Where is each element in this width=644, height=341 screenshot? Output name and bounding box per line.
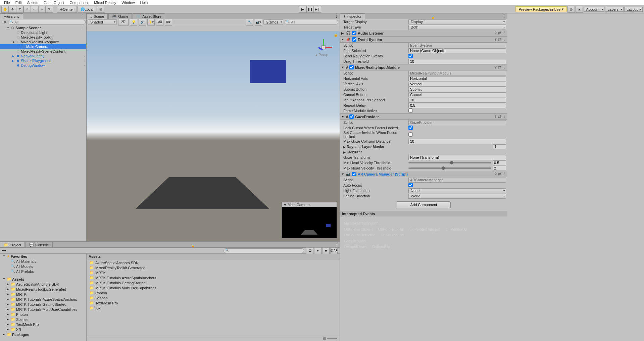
menu-component[interactable]: Component	[67, 1, 91, 5]
repeat-delay-field[interactable]	[408, 103, 506, 108]
scale-tool-icon[interactable]: ⤢	[23, 6, 31, 13]
ar-camera-enable[interactable]	[352, 172, 356, 176]
hidden-packages-icon[interactable]: ∅23	[330, 247, 338, 254]
help-icon[interactable]: ?	[494, 65, 497, 69]
project-folder[interactable]: ▶📁AzureSpatialAnchors.SDK	[0, 282, 86, 287]
menu-icon[interactable]: ⋮	[502, 37, 506, 42]
menu-help[interactable]: Help	[138, 1, 151, 5]
tab-hierarchy[interactable]: Hierarchy	[0, 13, 23, 19]
hierarchy-search[interactable]: All	[8, 20, 86, 25]
preview-packages-badge[interactable]: Preview Packages in Use ▾	[515, 6, 567, 12]
min-velocity-field[interactable]	[493, 160, 506, 165]
project-create-icon[interactable]: +▾	[1, 248, 7, 253]
lock-icon[interactable]: 🔒	[334, 33, 338, 37]
asset-folder[interactable]: 📁Photon	[87, 290, 339, 295]
component-ar-camera[interactable]: ▼📷AR Camera Manager (Script)?⇄⋮	[340, 171, 507, 177]
snap-toggle-icon[interactable]: ⊞	[97, 6, 104, 13]
component-gaze-provider[interactable]: ▼#GazeProvider?⇄⋮	[340, 113, 507, 120]
scene-viewport[interactable]: ◄ Persp 🔒 ▼Main Camera	[87, 31, 340, 241]
cloud-icon[interactable]: ☁	[576, 6, 583, 13]
add-component-button[interactable]: Add Component	[397, 201, 451, 208]
help-icon[interactable]: ?	[494, 114, 497, 119]
component-input-module[interactable]: ▼#MixedRealityInputModule?⇄⋮	[340, 64, 507, 70]
first-selected-field[interactable]	[408, 48, 506, 53]
submit-button-field[interactable]	[408, 87, 506, 92]
menu-file[interactable]: File	[1, 1, 13, 5]
asset-folder[interactable]: 📁MRTK.Tutorials.AzureSpatialAnchors	[87, 275, 339, 280]
pivot-toggle[interactable]: ⊕Center	[57, 6, 77, 13]
project-folder[interactable]: ▶📁TextMesh Pro	[0, 322, 86, 327]
tab-game[interactable]: 🎮Game	[108, 13, 132, 19]
inspector-lock-icon[interactable]: 🔒	[431, 15, 435, 19]
hidden-toggle-icon[interactable]: ⊘0	[156, 19, 163, 26]
help-icon[interactable]: ?	[494, 37, 497, 42]
filter-type-icon[interactable]: ⬓	[306, 247, 313, 254]
asset-folder[interactable]: 📁MRTK	[87, 270, 339, 275]
breadcrumb[interactable]: Assets	[87, 254, 340, 259]
menu-mixedreality[interactable]: Mixed Reality	[91, 1, 119, 5]
layers-dropdown[interactable]: Layers	[605, 7, 624, 12]
component-audio-listener[interactable]: ▶🎧Audio Listener?⇄⋮	[340, 30, 507, 36]
shading-dropdown[interactable]: Shaded	[88, 19, 117, 25]
preset-icon[interactable]: ⇄	[498, 31, 501, 35]
drag-threshold-field[interactable]	[408, 59, 506, 64]
custom-tool-icon[interactable]: ✎	[46, 6, 53, 13]
pause-button-icon[interactable]: ❚❚	[306, 6, 314, 13]
max-gaze-distance-field[interactable]	[408, 139, 506, 144]
max-velocity-slider[interactable]	[408, 167, 491, 169]
favorite-item[interactable]: 🔍All Models	[0, 264, 86, 269]
filter-label-icon[interactable]: ●	[314, 247, 321, 254]
target-display-dropdown[interactable]: Display 1	[408, 19, 506, 25]
asset-folder[interactable]: 📁AzureSpatialAnchors.SDK	[87, 260, 339, 265]
tab-console[interactable]: 💬 Console	[26, 242, 52, 247]
asset-folder[interactable]: 📁MRTK.Tutorials.GettingStarted	[87, 280, 339, 285]
hierarchy-item-selected[interactable]: ⬡Main Camera	[0, 44, 86, 49]
favorite-icon[interactable]: ★	[322, 247, 330, 254]
tab-scene[interactable]: #Scene	[87, 13, 108, 19]
project-folder[interactable]: ▶📁MRTK.Tutorials.GettingStarted	[0, 302, 86, 307]
event-system-enable[interactable]	[352, 37, 356, 42]
project-folder[interactable]: ▶📁XR	[0, 327, 86, 332]
hierarchy-item[interactable]: ⬡MixedRealityToolkit	[0, 35, 86, 40]
zoom-slider[interactable]	[323, 337, 326, 340]
favorites-header[interactable]: ▼★Favorites	[0, 254, 86, 259]
preset-icon[interactable]: ⇄	[498, 65, 501, 69]
transform-tool-icon[interactable]: ✦	[38, 6, 46, 13]
scene-root[interactable]: ▼⬡SampleScene*⋮	[0, 25, 86, 30]
project-folder[interactable]: ▶📁Photon	[0, 312, 86, 317]
handle-toggle[interactable]: 🌐Local	[78, 6, 96, 13]
project-folder[interactable]: ▶📁MixedRealityToolkit.Generated	[0, 287, 86, 292]
cancel-button-field[interactable]	[408, 92, 506, 97]
gizmos-dropdown[interactable]: Gizmos	[263, 19, 283, 25]
menu-assets[interactable]: Assets	[24, 1, 41, 5]
asset-folder[interactable]: 📁MRTK.Tutorials.MultiUserCapabilities	[87, 285, 339, 290]
rotate-tool-icon[interactable]: ⟲	[16, 6, 23, 13]
light-toggle-icon[interactable]: 💡	[130, 19, 137, 26]
packages-root[interactable]: ▶📁Packages	[0, 332, 86, 337]
input-actions-field[interactable]	[408, 98, 506, 103]
fx-toggle-icon[interactable]: ✨▾	[147, 19, 155, 26]
project-folder[interactable]: ▶📁Scenes	[0, 317, 86, 322]
move-tool-icon[interactable]: ✥	[9, 6, 16, 13]
hierarchy-item[interactable]: ⬡MixedRealitySceneContent	[0, 49, 86, 54]
input-module-enable[interactable]	[349, 65, 354, 69]
audio-listener-enable[interactable]	[352, 31, 356, 35]
invisible-cursor-checkbox[interactable]	[408, 132, 413, 137]
preset-icon[interactable]: ⇄	[498, 114, 501, 119]
vertical-axis-field[interactable]	[408, 82, 506, 87]
menu-edit[interactable]: Edit	[13, 1, 24, 5]
gaze-enable[interactable]	[349, 114, 354, 119]
play-button-icon[interactable]: ▶	[299, 6, 306, 13]
menu-gameobject[interactable]: GameObject	[41, 1, 67, 5]
intercepted-events-header[interactable]: Intercepted Events	[340, 211, 507, 216]
autofocus-checkbox[interactable]	[408, 183, 413, 187]
facing-direction-dropdown[interactable]: World	[408, 194, 506, 199]
lock-cursor-checkbox[interactable]	[408, 126, 413, 130]
hand-tool-icon[interactable]: ✋	[1, 6, 9, 13]
horizontal-axis-field[interactable]	[408, 76, 506, 81]
hierarchy-item-prefab[interactable]: ⬢DebugWindow›	[0, 63, 86, 68]
help-icon[interactable]: ?	[494, 31, 497, 35]
camera-icon[interactable]: 📷▾	[255, 19, 262, 26]
max-velocity-field[interactable]	[493, 166, 506, 171]
hierarchy-item-prefab[interactable]: ▶⬢NetworkLobby›	[0, 54, 86, 58]
